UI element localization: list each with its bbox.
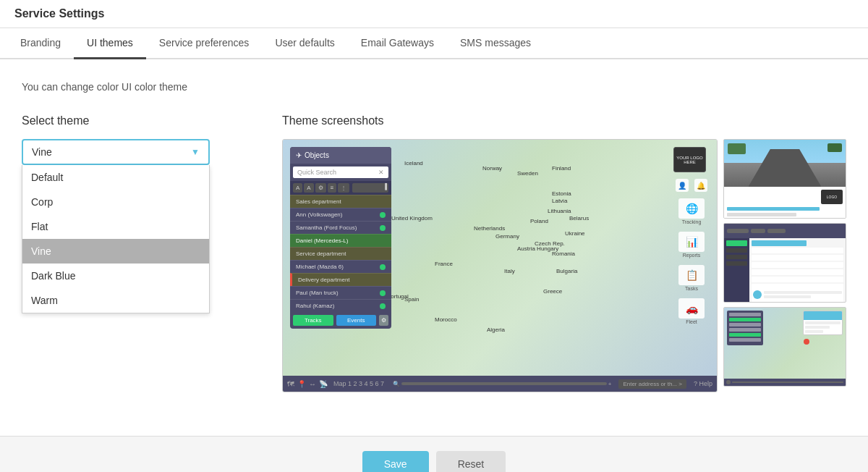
map-bottom-icon3: ↔ — [309, 380, 316, 388]
map-label-uk: United Kingdom — [391, 215, 433, 222]
map-bottom-bar: 🗺 📍 ↔ 📡 Map 1 2 3 4 5 6 7 🔍 + Enter addr… — [283, 376, 717, 392]
map-label-norway: Norway — [482, 165, 502, 172]
main-screenshot: Iceland Norway Sweden Finland United Kin… — [282, 139, 718, 392]
map-panel-search[interactable]: Quick Search ✕ — [293, 167, 388, 178]
map-row-samantha: Samantha (Ford Focus) — [290, 221, 391, 234]
ss1-logo: LOGO — [821, 190, 843, 204]
map-toolbar-btn3[interactable]: ⚙ — [315, 183, 326, 193]
ss1-top — [724, 140, 846, 187]
map-label-greece: Greece — [543, 288, 562, 295]
tab-branding[interactable]: Branding — [7, 28, 74, 59]
tab-service-preferences[interactable]: Service preferences — [146, 28, 263, 59]
tab-user-defaults[interactable]: User defaults — [262, 28, 347, 59]
ss3-bottom-icon — [726, 380, 731, 384]
map-fleet-icon[interactable]: 🚗 — [678, 298, 705, 319]
ss3-rp-header — [804, 311, 842, 320]
ss1-bottom: LOGO — [724, 187, 846, 218]
theme-option-dark-blue[interactable]: Dark Blue — [22, 264, 209, 288]
main-content: You can change color UI color theme Sele… — [0, 59, 868, 436]
side-screenshot-2 — [723, 223, 846, 303]
map-toolbar-btn1[interactable]: A — [293, 183, 302, 193]
map-help-label: ? Help — [694, 380, 712, 387]
map-events-btn[interactable]: Events — [336, 315, 377, 326]
chevron-down-icon: ▼ — [191, 147, 200, 157]
page-title: Service Settings — [0, 0, 868, 28]
map-toolbar-btn5[interactable]: ⋮ — [338, 183, 349, 193]
ss3-inner — [724, 308, 846, 386]
map-tracking-label: Tracking — [673, 219, 710, 224]
ss2-sidebar-item4 — [726, 261, 747, 266]
ss3-right-panel — [803, 311, 843, 335]
ss2-content-row2 — [752, 248, 843, 253]
map-toolbar-btn4[interactable]: ≡ — [328, 183, 337, 193]
reset-button[interactable]: Reset — [436, 451, 506, 472]
screenshots-container: Iceland Norway Sweden Finland United Kin… — [282, 139, 846, 392]
tab-email-gateways[interactable]: Email Gateways — [348, 28, 447, 59]
theme-dropdown-value: Vine — [32, 146, 52, 158]
theme-option-flat[interactable]: Flat — [22, 214, 209, 239]
map-chart-icon[interactable]: 📊 — [678, 232, 705, 252]
description-text: You can change color UI color theme — [22, 81, 846, 93]
ss2-sidebar-item1 — [726, 240, 747, 246]
map-label-poland: Poland — [530, 218, 548, 224]
map-row-rahul: Rahul (Kamaz) — [290, 299, 391, 312]
map-zoom-bar[interactable] — [401, 382, 607, 385]
map-zoom-icon: 🔍 — [393, 381, 400, 387]
map-objects-panel: ✈ Objects Quick Search ✕ A A — [290, 147, 391, 329]
save-button[interactable]: Save — [362, 451, 429, 472]
map-bottom-icon4: 📡 — [319, 380, 328, 388]
map-label-lithuania: Lithuania — [548, 208, 571, 214]
map-tasks-label: Tasks — [673, 286, 710, 291]
map-search-close-icon: ✕ — [378, 169, 384, 176]
map-toolbar-btn2[interactable]: A — [304, 183, 313, 193]
theme-option-default[interactable]: Default — [22, 165, 209, 190]
map-reports-section: 📊 Reports — [673, 232, 710, 258]
ss3-bottom-bar — [724, 379, 846, 386]
map-label-czech: Czech Rep. — [535, 240, 565, 247]
map-zoom-plus-icon: + — [608, 381, 612, 387]
map-globe-icon[interactable]: 🌐 — [678, 198, 705, 219]
theme-dropdown-wrapper: Vine ▼ Default Corp Flat Vine Dark Blue … — [22, 139, 210, 165]
ss2-chat-area — [752, 284, 843, 302]
ss2-msg2 — [764, 295, 811, 298]
map-user-icon[interactable]: 👤 — [676, 179, 689, 192]
map-settings-btn[interactable]: ⚙ — [379, 315, 388, 326]
tab-ui-themes[interactable]: UI themes — [74, 28, 146, 59]
map-label-estonia: Estonia — [552, 190, 571, 197]
map-map-label: Map 1 2 3 4 5 6 7 — [333, 380, 384, 387]
map-row-service: Service department — [290, 247, 391, 260]
tab-bar: Branding UI themes Service preferences U… — [0, 28, 868, 59]
ss2-inner — [724, 224, 846, 302]
map-reports-label: Reports — [673, 253, 710, 258]
ss3-rp-row1 — [805, 321, 841, 324]
map-tracks-btn[interactable]: Tracks — [293, 315, 333, 326]
theme-option-vine[interactable]: Vine — [22, 239, 209, 264]
theme-dropdown-menu: Default Corp Flat Vine Dark Blue Warm — [22, 165, 210, 313]
ss2-content-row1 — [752, 240, 807, 246]
ss2-content — [749, 238, 846, 302]
ss1-line1 — [727, 207, 820, 211]
ss3-bottom-bar-fill — [732, 382, 843, 383]
map-label-finland: Finland — [552, 165, 571, 172]
ss3-panel — [727, 311, 763, 345]
theme-dropdown-trigger[interactable]: Vine ▼ — [22, 139, 210, 165]
map-tasks-icon[interactable]: 📋 — [678, 265, 705, 285]
right-column: Theme screenshots Iceland Norway Sweden … — [282, 114, 846, 392]
theme-option-corp[interactable]: Corp — [22, 190, 209, 214]
map-row-michael: Michael (Mazda 6) — [290, 260, 391, 273]
ss1-line2 — [727, 213, 796, 216]
map-address-input[interactable]: Enter address or th... > — [618, 379, 686, 389]
tab-sms-messages[interactable]: SMS messages — [447, 28, 544, 59]
ss2-body — [724, 238, 846, 302]
map-bell-icon[interactable]: 🔔 — [694, 179, 707, 192]
map-right-panel: YOUR LOGO HERE 👤 🔔 🌐 Tracking 📊 — [673, 147, 710, 324]
ss2-content-row3 — [752, 255, 843, 261]
ss2-msg1 — [764, 291, 842, 294]
map-label-italy: Italy — [504, 268, 515, 274]
left-column: Select theme Vine ▼ Default Corp Flat Vi… — [22, 114, 253, 168]
ss2-content-row6 — [752, 277, 843, 282]
page-footer: Save Reset — [0, 436, 868, 472]
map-fleet-section: 🚗 Fleet — [673, 298, 710, 324]
ss2-sidebar-item3 — [726, 255, 747, 259]
theme-option-warm[interactable]: Warm — [22, 288, 209, 313]
